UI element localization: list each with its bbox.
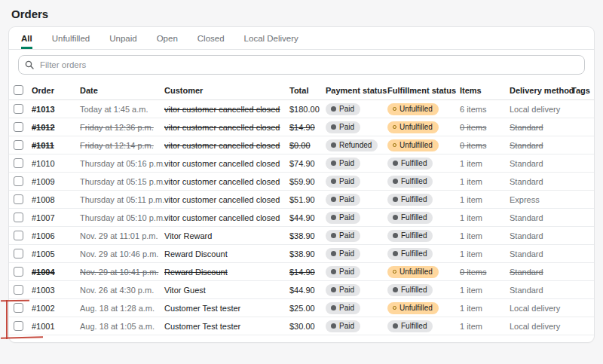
order-number[interactable]: #1007 (32, 213, 80, 222)
complete-status-dot-icon (331, 161, 336, 166)
table-row[interactable]: #1003Nov. 26 at 4:30 p.m.Vitor Guest$44.… (9, 281, 594, 299)
tab-open[interactable]: Open (157, 27, 178, 49)
annotation-mark (6, 300, 8, 339)
order-number[interactable]: #1003 (32, 286, 80, 295)
tab-closed[interactable]: Closed (197, 27, 225, 49)
order-number[interactable]: #1002 (32, 304, 80, 313)
order-total: $25.00 (289, 304, 326, 313)
complete-status-dot-icon (393, 323, 398, 329)
order-number[interactable]: #1013 (32, 105, 80, 114)
payment-status-badge: Paid (326, 248, 360, 260)
table-row[interactable]: #1006Nov. 29 at 11:01 p.m.Vitor Reward$3… (9, 227, 594, 245)
column-header-customer: Customer (164, 86, 289, 95)
incomplete-status-dot-icon (393, 107, 396, 111)
delivery-method: Standard (510, 231, 571, 240)
tab-local-delivery[interactable]: Local Delivery (244, 27, 298, 49)
row-checkbox[interactable] (14, 104, 23, 114)
row-checkbox[interactable] (14, 285, 23, 295)
row-checkbox[interactable] (14, 158, 23, 168)
order-number[interactable]: #1006 (32, 231, 80, 240)
table-row[interactable]: #1008Thursday at 05:11 p.m.vitor custome… (9, 191, 594, 209)
row-checkbox[interactable] (14, 176, 23, 186)
items-count: 1 item (460, 195, 510, 204)
order-number[interactable]: #1004 (32, 268, 80, 277)
filter-orders-input[interactable] (38, 60, 578, 70)
order-number[interactable]: #1011 (32, 141, 80, 150)
items-count: 1 item (460, 177, 510, 186)
order-number[interactable]: #1005 (32, 249, 80, 258)
search-icon (25, 60, 34, 69)
badge-label: Fulfilled (401, 176, 427, 186)
tab-all[interactable]: All (21, 27, 32, 49)
order-date: Aug. 18 at 1:28 a.m. (80, 304, 164, 313)
badge-label: Fulfilled (401, 285, 427, 295)
fulfillment-status-badge: Fulfilled (387, 230, 433, 242)
row-checkbox[interactable] (14, 122, 23, 132)
customer-name: vitor customer cancelled closed (164, 123, 289, 132)
badge-label: Unfulfilled (399, 140, 433, 150)
customer-name: Customer Test tester (164, 322, 289, 331)
complete-status-dot-icon (331, 142, 336, 148)
table-row[interactable]: #1010Thursday at 05:16 p.m.vitor custome… (9, 154, 594, 173)
row-checkbox[interactable] (14, 231, 23, 240)
table-row[interactable]: #1007Thursday at 05:10 p.m.vitor custome… (9, 209, 594, 227)
row-checkbox[interactable] (14, 213, 23, 222)
table-row[interactable]: #1012Friday at 12:36 p.m.vitor customer … (9, 118, 594, 136)
delivery-method: Local delivery (510, 105, 571, 114)
row-checkbox[interactable] (14, 140, 23, 150)
fulfillment-status-cell: Fulfilled (387, 176, 460, 188)
tab-unpaid[interactable]: Unpaid (109, 27, 136, 49)
order-total: $51.90 (289, 195, 326, 204)
table-row[interactable]: #1011Friday at 12:14 p.m.vitor customer … (9, 136, 594, 154)
items-count: 1 item (460, 213, 510, 222)
column-header-items: Items (460, 86, 510, 95)
select-all-checkbox[interactable] (14, 85, 23, 95)
order-number[interactable]: #1001 (32, 322, 80, 331)
delivery-method: Local delivery (510, 322, 571, 331)
items-count: 6 items (460, 105, 510, 114)
complete-status-dot-icon (331, 287, 336, 292)
table-row[interactable]: #1001Aug. 18 at 1:05 a.m.Customer Test t… (9, 317, 594, 335)
page-title: Orders (0, 0, 603, 27)
table-row[interactable]: #1013Today at 1:45 a.m.vitor customer ca… (9, 100, 594, 118)
payment-status-cell: Paid (326, 121, 387, 133)
complete-status-dot-icon (331, 106, 336, 112)
order-total: $0.00 (289, 141, 326, 150)
table-row[interactable]: #1004Nov. 29 at 10:41 p.m.Reward Discoun… (9, 263, 594, 281)
delivery-method: Standard (510, 213, 571, 222)
order-number[interactable]: #1009 (32, 177, 80, 186)
row-checkbox[interactable] (14, 194, 23, 204)
row-checkbox[interactable] (14, 303, 23, 313)
row-checkbox[interactable] (14, 267, 23, 277)
payment-status-cell: Refunded (326, 139, 387, 151)
badge-label: Fulfilled (401, 194, 427, 204)
fulfillment-status-badge: Fulfilled (387, 212, 433, 224)
column-header-fulfillment: Fulfillment status (387, 86, 460, 95)
order-number[interactable]: #1010 (32, 159, 80, 168)
fulfillment-status-badge: Fulfilled (387, 194, 433, 206)
column-header-total: Total (289, 86, 326, 95)
row-checkbox-cell (14, 231, 32, 240)
order-number[interactable]: #1012 (32, 123, 80, 132)
tabs-bar: All Unfulfilled Unpaid Open Closed Local… (9, 27, 594, 50)
fulfillment-status-cell: Fulfilled (387, 212, 460, 224)
table-row[interactable]: #1005Nov. 29 at 10:46 p.m.Reward Discoun… (9, 245, 594, 263)
complete-status-dot-icon (331, 215, 336, 220)
filter-orders-box[interactable] (18, 55, 585, 75)
incomplete-status-dot-icon (393, 143, 396, 147)
row-checkbox[interactable] (14, 249, 23, 258)
fulfillment-status-badge: Unfulfilled (387, 139, 439, 151)
fulfillment-status-cell: Fulfilled (387, 230, 460, 242)
badge-label: Paid (339, 321, 354, 331)
order-number[interactable]: #1008 (32, 195, 80, 204)
row-checkbox[interactable] (14, 321, 23, 331)
delivery-method: Standard (510, 286, 571, 295)
fulfillment-status-badge: Fulfilled (387, 158, 433, 170)
fulfillment-status-badge: Fulfilled (387, 176, 433, 188)
fulfillment-status-cell: Unfulfilled (387, 266, 460, 278)
tab-unfulfilled[interactable]: Unfulfilled (52, 27, 90, 49)
customer-name: vitor customer cancelled closed (164, 213, 289, 222)
table-row[interactable]: #1009Thursday at 05:15 p.m.vitor custome… (9, 173, 594, 191)
badge-label: Paid (339, 158, 354, 168)
table-row[interactable]: #1002Aug. 18 at 1:28 a.m.Customer Test t… (9, 299, 594, 317)
